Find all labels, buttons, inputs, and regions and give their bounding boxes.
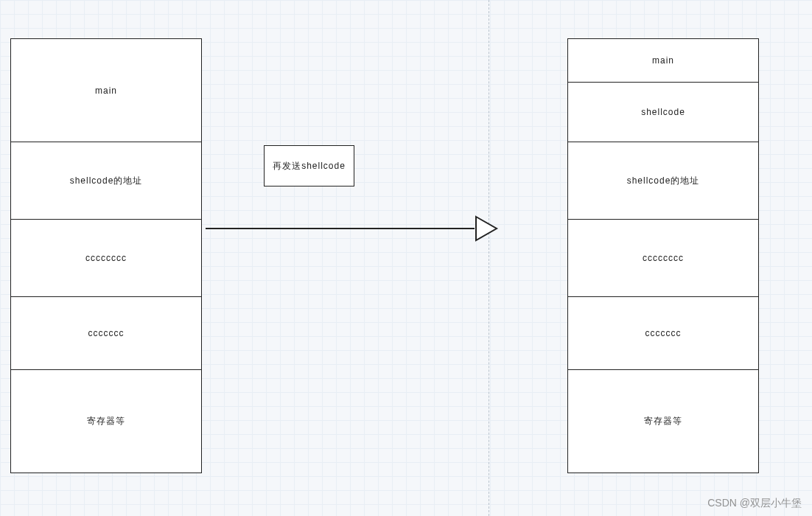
arrow	[206, 215, 500, 242]
cell-label: cccccccc	[643, 253, 684, 263]
arrow-head-icon	[475, 215, 500, 242]
right-cell-ccccccc: ccccccc	[567, 296, 759, 370]
watermark-text: CSDN @双层小牛堡	[707, 497, 802, 509]
right-cell-shellcode-addr: shellcode的地址	[567, 142, 759, 220]
left-cell-ccccccc: ccccccc	[10, 296, 202, 370]
right-cell-main: main	[567, 38, 759, 83]
cell-label: shellcode的地址	[70, 175, 143, 187]
right-cell-cccccccc: cccccccc	[567, 219, 759, 297]
left-cell-registers: 寄存器等	[10, 369, 202, 473]
left-cell-main: main	[10, 38, 202, 142]
cell-label: shellcode	[641, 107, 685, 117]
vertical-divider	[489, 0, 489, 516]
cell-label: ccccccc	[645, 328, 682, 338]
cell-label: ccccccc	[88, 328, 125, 338]
arrow-line	[206, 228, 475, 229]
cell-label: shellcode的地址	[627, 175, 700, 187]
cell-label: main	[95, 86, 117, 96]
left-cell-shellcode-addr: shellcode的地址	[10, 142, 202, 220]
center-label-box: 再发送shellcode	[264, 145, 354, 186]
cell-label: cccccccc	[85, 253, 127, 263]
cell-label: main	[652, 55, 674, 66]
cell-label: 寄存器等	[644, 415, 682, 428]
right-cell-registers: 寄存器等	[567, 369, 759, 473]
center-label: 再发送shellcode	[273, 160, 346, 172]
watermark: CSDN @双层小牛堡	[707, 497, 802, 510]
left-cell-cccccccc: cccccccc	[10, 219, 202, 297]
cell-label: 寄存器等	[87, 415, 125, 428]
right-cell-shellcode: shellcode	[567, 82, 759, 142]
